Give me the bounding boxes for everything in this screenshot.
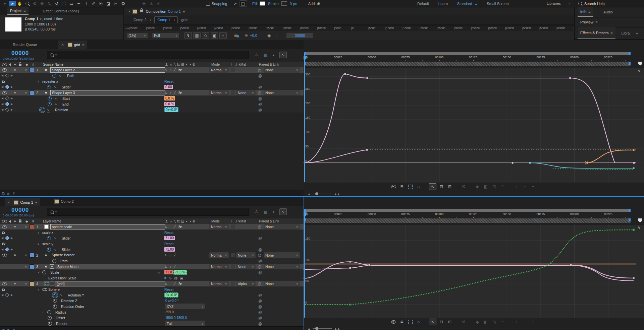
ease-in-button[interactable]: ⌐: [521, 319, 528, 325]
graph-overlay-icon[interactable]: ∿: [54, 235, 56, 241]
prop-row-render[interactable]: RenderFull∨@: [0, 321, 304, 327]
property-name[interactable]: Slider: [62, 247, 71, 252]
keyframe-toggle[interactable]: [5, 96, 9, 101]
expression-icon-2[interactable]: @: [174, 276, 178, 280]
pickwhip-icon[interactable]: @: [258, 321, 262, 326]
tool-eraser[interactable]: ◪: [105, 1, 112, 6]
keyframe-toggle[interactable]: [5, 247, 9, 252]
layer-switch-1[interactable]: ☼: [169, 264, 174, 269]
stopwatch-icon[interactable]: [48, 322, 52, 326]
property-value[interactable]: 359.0: [164, 310, 175, 314]
property-name[interactable]: Slider: [62, 235, 71, 241]
twirl-icon[interactable]: ∨: [37, 286, 40, 292]
solo-icon[interactable]: [14, 92, 16, 93]
comp-timecode[interactable]: 00000: [286, 33, 313, 38]
prop-row-radius[interactable]: ›Radius359.0@: [0, 309, 304, 315]
pickwhip-icon[interactable]: @: [258, 235, 262, 241]
channels-icon[interactable]: [234, 34, 239, 38]
label-swatch[interactable]: [30, 68, 34, 72]
libraries-tab[interactable]: Libraries: [547, 1, 561, 5]
breadcrumb-prev[interactable]: Comp 2: [133, 18, 147, 22]
tool-brush[interactable]: ✐: [90, 1, 97, 6]
tab-comp2[interactable]: Comp 2: [50, 197, 76, 206]
easy-ease-button[interactable]: ≀: [513, 184, 520, 190]
parent-dropdown[interactable]: None∨: [264, 67, 300, 73]
tool-vertex-tool[interactable]: ⟁: [148, 1, 155, 6]
magnification-dropdown[interactable]: (1%)∨: [127, 33, 148, 38]
blend-mode-dropdown[interactable]: Norma∨: [209, 90, 229, 95]
prop-row-slider[interactable]: ◀ ▶∿Slider71.00@: [0, 235, 304, 241]
snap-bounds-icon[interactable]: ⬚: [239, 0, 247, 7]
composition-comp-name[interactable]: Comp 1: [168, 9, 181, 13]
transform-box-button[interactable]: [407, 184, 414, 190]
tab-render-queue[interactable]: Render Queue: [10, 40, 40, 49]
search-help-input[interactable]: Search Help: [584, 2, 605, 6]
graph-overlay-icon[interactable]: ∿: [54, 84, 56, 90]
property-value[interactable]: 71.00: [164, 247, 175, 252]
next-keyframe-icon[interactable]: ▶: [11, 292, 13, 298]
graph-editor-toggle[interactable]: ∿: [279, 208, 287, 215]
tool-orbit-camera[interactable]: ⟲: [31, 1, 38, 6]
snapping-checkbox[interactable]: [206, 2, 210, 6]
layer-row-sphere-scale[interactable]: ∨1sphere scale♙╱fxNorma∨@None∨: [0, 224, 304, 230]
timeline-corner-icon-1[interactable]: ⧈: [7, 191, 10, 196]
t-switch[interactable]: [231, 253, 235, 257]
t-switch[interactable]: [231, 68, 235, 72]
snapshot-camera-icon[interactable]: ◉: [267, 33, 271, 38]
prev-keyframe-icon[interactable]: ◀: [1, 235, 3, 241]
separate-dimensions-button[interactable]: ⚒: [460, 184, 467, 190]
layer-name[interactable]: [grid]: [55, 281, 165, 286]
property-name[interactable]: Offset: [56, 315, 65, 321]
timeline-zoom-control[interactable]: ▲ ▲▲: [306, 192, 342, 196]
layer-switch-0[interactable]: ♙: [164, 281, 169, 286]
layer-switch-1[interactable]: [169, 224, 174, 229]
solo-icon[interactable]: [14, 283, 16, 284]
blend-mode-dropdown[interactable]: Norma∨: [209, 281, 229, 286]
tab-effects-presets[interactable]: Effects & Presets≡: [578, 27, 615, 39]
add-icon[interactable]: ◉: [317, 1, 320, 6]
twirl-icon[interactable]: ∨: [37, 78, 40, 84]
graph-overlay-icon[interactable]: ∿: [59, 73, 62, 79]
snap-button[interactable]: ∩: [415, 319, 422, 325]
tool-mask-feather[interactable]: ❋: [141, 1, 147, 6]
effect-name[interactable]: scale y: [42, 241, 53, 247]
eye-icon[interactable]: [2, 282, 7, 285]
property-value[interactable]: 0x+0.0°: [164, 292, 178, 298]
layer-name[interactable]: Shape Layer 2: [50, 67, 165, 73]
stopwatch-icon[interactable]: [53, 293, 57, 297]
layer-row-shape-layer-2[interactable]: ∨1★Shape Layer 2♙☼╱fxNorma∨@None∨: [0, 67, 304, 73]
prop-row-scale[interactable]: ∨Scale∞71.071.0 %@: [0, 269, 304, 275]
property-name[interactable]: Rotation Y: [68, 292, 84, 298]
prev-keyframe-icon[interactable]: ◀: [1, 95, 3, 101]
next-keyframe-icon[interactable]: ▶: [11, 73, 13, 78]
property-name[interactable]: Radius: [55, 309, 66, 315]
layer-switch-2[interactable]: ╱: [174, 67, 178, 73]
twirl-icon[interactable]: ∨: [37, 229, 40, 235]
zoom-slider-knob[interactable]: [315, 327, 318, 330]
property-value[interactable]: 0.00: [164, 85, 173, 89]
parent-dropdown[interactable]: None∨: [264, 281, 300, 286]
eye-icon[interactable]: [2, 68, 7, 72]
trkmat-dropdown[interactable]: Alpha∨: [236, 281, 256, 286]
prop-row-rotation-order[interactable]: Rotation OrderXYZ∨@: [0, 304, 304, 310]
property-value[interactable]: 0 x+0.0 °: [164, 299, 180, 303]
t-switch[interactable]: [231, 90, 235, 95]
layer-switch-0[interactable]: ♙: [164, 67, 169, 73]
expression-icon-3[interactable]: ◉: [180, 276, 183, 280]
twirl-icon[interactable]: ∨: [25, 252, 27, 258]
layer-switch-2[interactable]: ╱: [174, 90, 178, 95]
blend-mode-dropdown[interactable]: Norma∨: [209, 264, 229, 269]
comp-view-icon-3[interactable]: ▣: [211, 32, 218, 39]
eye-icon[interactable]: [2, 91, 7, 94]
workspace-learn[interactable]: Learn: [438, 2, 448, 6]
tool-pan-camera[interactable]: ✥: [39, 1, 45, 6]
transform-box-button[interactable]: [407, 319, 414, 325]
stopwatch-icon[interactable]: [47, 248, 51, 252]
prop-row-rotation-z[interactable]: Rotation Z0 x+0.0 °@: [0, 298, 304, 304]
workspace-default[interactable]: Default: [417, 2, 429, 6]
twirl-icon[interactable]: ∨: [25, 67, 27, 73]
label-swatch[interactable]: [30, 224, 34, 229]
parent-pickwhip-icon[interactable]: @: [258, 252, 261, 258]
project-item-name[interactable]: Comp 1 ▼, used 1 time: [25, 17, 63, 21]
property-value[interactable]: 71.00: [164, 236, 175, 240]
